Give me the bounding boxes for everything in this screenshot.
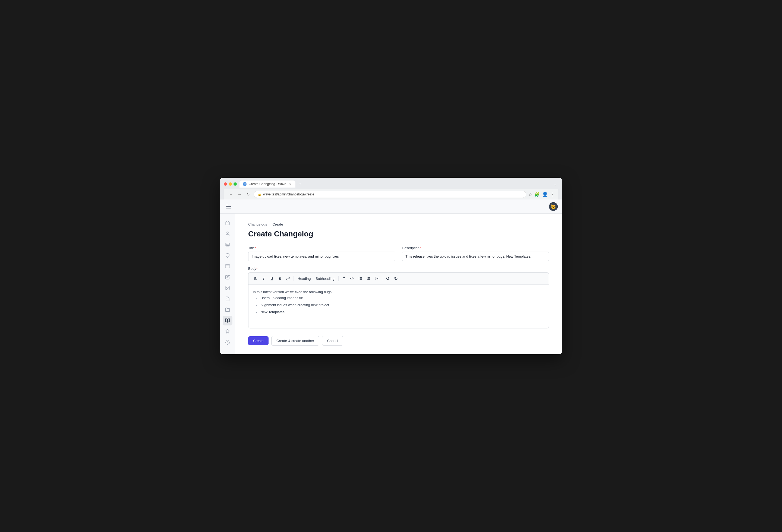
- url-text: wave.test/admin/changelogs/create: [263, 192, 522, 196]
- sidebar-item-folder[interactable]: [223, 305, 233, 314]
- svg-point-29: [376, 278, 376, 278]
- forward-button[interactable]: →: [236, 191, 243, 198]
- description-input[interactable]: [402, 252, 549, 261]
- image-button[interactable]: [373, 275, 381, 282]
- browser-window: W Create Changelog - Wave ✕ + ⌄ ← → ↻ 🔒 …: [220, 178, 562, 354]
- bullet-list-button[interactable]: [357, 275, 364, 282]
- breadcrumb: Changelogs › Create: [248, 222, 549, 226]
- create-another-button[interactable]: Create & create another: [271, 336, 319, 345]
- svg-point-23: [359, 278, 359, 279]
- extensions-icon[interactable]: 🧩: [534, 192, 540, 197]
- body-required-star: *: [256, 267, 258, 271]
- sidebar-item-changelogs[interactable]: [223, 316, 233, 326]
- svg-point-22: [359, 277, 359, 278]
- more-options-icon[interactable]: ⋮: [550, 192, 555, 197]
- app-body: Changelogs › Create Create Changelog Tit…: [220, 214, 562, 354]
- breadcrumb-current: Create: [272, 222, 283, 226]
- body-label: Body*: [248, 267, 549, 271]
- toolbar-divider-3: [382, 276, 382, 281]
- header-left: [224, 202, 233, 211]
- svg-point-7: [226, 244, 227, 244]
- redo-button[interactable]: ↻: [392, 275, 400, 282]
- address-bar[interactable]: 🔒 wave.test/admin/changelogs/create: [254, 191, 526, 198]
- sidebar-toggle-button[interactable]: [224, 202, 233, 211]
- link-button[interactable]: [284, 275, 292, 282]
- sidebar-item-magic[interactable]: [223, 327, 233, 336]
- svg-text:🐱: 🐱: [550, 204, 556, 209]
- sidebar-item-billing[interactable]: [223, 261, 233, 271]
- toolbar-divider-2: [338, 276, 339, 281]
- new-tab-button[interactable]: +: [296, 181, 303, 187]
- page-title: Create Changelog: [248, 230, 549, 238]
- close-button[interactable]: [224, 182, 227, 186]
- svg-marker-17: [225, 330, 229, 333]
- tab-bar: W Create Changelog - Wave ✕ +: [240, 181, 554, 188]
- svg-point-18: [227, 342, 228, 343]
- breadcrumb-parent[interactable]: Changelogs: [248, 222, 267, 226]
- avatar[interactable]: 🐱: [549, 202, 558, 211]
- underline-button[interactable]: U: [268, 275, 276, 282]
- code-button[interactable]: </>: [348, 275, 356, 282]
- sidebar-item-pages[interactable]: [223, 294, 233, 304]
- editor-toolbar: B I U S Heading: [248, 272, 549, 285]
- rich-text-editor: B I U S Heading: [248, 272, 549, 329]
- heading-button[interactable]: Heading: [295, 275, 313, 282]
- list-item-2: Alignment issues when creating new proje…: [256, 302, 544, 308]
- back-button[interactable]: ←: [227, 191, 234, 198]
- lock-icon: 🔒: [258, 193, 261, 196]
- address-bar-row: ← → ↻ 🔒 wave.test/admin/changelogs/creat…: [224, 189, 558, 199]
- traffic-lights: [224, 182, 237, 186]
- sidebar-item-security[interactable]: [223, 251, 233, 260]
- tab-favicon: W: [243, 182, 247, 186]
- description-label: Description*: [402, 246, 549, 250]
- numbered-list-button[interactable]: [365, 275, 372, 282]
- title-label: Title*: [248, 246, 395, 250]
- refresh-button[interactable]: ↻: [245, 191, 251, 198]
- header-bar: 🐱: [220, 199, 562, 214]
- sidebar-item-profile[interactable]: [223, 240, 233, 250]
- italic-button[interactable]: I: [260, 275, 268, 282]
- title-field-group: Title*: [248, 246, 395, 261]
- toolbar-divider-1: [293, 276, 294, 281]
- editor-content[interactable]: In this latest version we've fixed the f…: [248, 285, 549, 328]
- svg-point-5: [227, 232, 228, 233]
- browser-titlebar: W Create Changelog - Wave ✕ + ⌄ ← → ↻ 🔒 …: [220, 178, 562, 199]
- browser-action-icons: ☆ 🧩 👤 ⋮: [528, 191, 555, 197]
- svg-rect-2: [226, 208, 231, 208]
- main-content: Changelogs › Create Create Changelog Tit…: [235, 214, 562, 354]
- blockquote-button[interactable]: ❝: [340, 275, 348, 282]
- app-content: 🐱: [220, 199, 562, 354]
- star-icon[interactable]: ☆: [528, 192, 532, 197]
- title-input[interactable]: [248, 252, 395, 261]
- breadcrumb-separator: ›: [269, 223, 270, 226]
- body-list: Users uploading images fix Alignment iss…: [253, 295, 544, 315]
- sidebar-item-settings[interactable]: [223, 337, 233, 347]
- description-field-group: Description*: [402, 246, 549, 261]
- subheading-button[interactable]: Subheading: [313, 275, 336, 282]
- create-button[interactable]: Create: [248, 336, 269, 345]
- cancel-button[interactable]: Cancel: [322, 336, 343, 345]
- undo-button[interactable]: ↺: [384, 275, 392, 282]
- browser-menu-icon[interactable]: ⌄: [554, 182, 558, 186]
- svg-rect-11: [225, 265, 230, 268]
- action-buttons: Create Create & create another Cancel: [248, 336, 549, 345]
- body-section: Body* B I U S: [248, 267, 549, 329]
- list-item-1: Users uploading images fix: [256, 295, 544, 301]
- tab-close-button[interactable]: ✕: [288, 182, 292, 186]
- sidebar-item-users[interactable]: [223, 229, 233, 238]
- body-intro-text: In this latest version we've fixed the f…: [253, 289, 544, 295]
- form-title-description-row: Title* Description*: [248, 246, 549, 261]
- svg-rect-1: [226, 206, 231, 207]
- svg-point-24: [359, 279, 359, 280]
- description-required-star: *: [420, 246, 421, 250]
- svg-rect-0: [226, 205, 228, 205]
- minimize-button[interactable]: [228, 182, 232, 186]
- sidebar-item-home[interactable]: [223, 218, 233, 228]
- active-tab[interactable]: W Create Changelog - Wave ✕: [240, 181, 295, 188]
- sidebar-item-media[interactable]: [223, 283, 233, 293]
- strikethrough-button[interactable]: S: [276, 275, 284, 282]
- profile-icon[interactable]: 👤: [542, 191, 548, 197]
- bold-button[interactable]: B: [252, 275, 259, 282]
- maximize-button[interactable]: [234, 182, 237, 186]
- sidebar-item-edit[interactable]: [223, 272, 233, 282]
